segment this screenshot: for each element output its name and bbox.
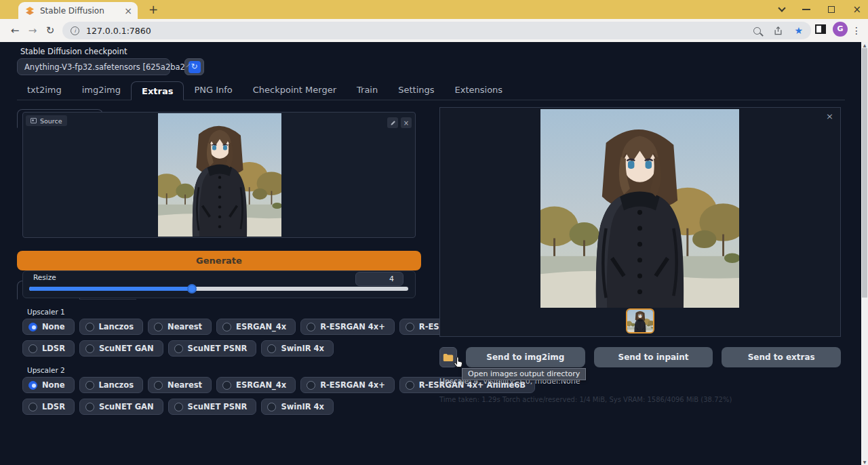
- window-controls: ×: [779, 0, 861, 19]
- result-image[interactable]: [540, 109, 739, 308]
- forward-icon[interactable]: →: [24, 22, 41, 39]
- radio-icon: [85, 344, 94, 353]
- share-icon[interactable]: [773, 26, 783, 36]
- upscaler2-option-nearest[interactable]: Nearest: [148, 377, 212, 393]
- upscaler1-option-ldsr[interactable]: LDSR: [22, 340, 75, 357]
- tab-png-info[interactable]: PNG Info: [184, 81, 242, 100]
- upscaler2-option-esrgan-4x[interactable]: ESRGAN_4x: [216, 377, 296, 393]
- tab-train[interactable]: Train: [347, 81, 388, 100]
- upscaler2-option-scunet-gan[interactable]: ScuNET GAN: [79, 399, 163, 415]
- site-info-icon[interactable]: i: [71, 26, 79, 35]
- source-image-dropzone[interactable]: Source ×: [22, 112, 416, 238]
- upscaler1-options-row1: None Lanczos Nearest ESRGAN_4x R-ESRGAN …: [22, 319, 437, 335]
- scroll-up-icon[interactable]: ▲: [861, 43, 868, 47]
- radio-selected-icon: [28, 381, 37, 390]
- window-close-icon[interactable]: ×: [852, 5, 861, 15]
- tab-settings[interactable]: Settings: [388, 81, 444, 100]
- checkpoint-value: Anything-V3-fp32.safetensors [625a2ba2]: [24, 62, 188, 72]
- browser-tab[interactable]: Stable Diffusion ×: [18, 2, 138, 19]
- edit-image-button[interactable]: [387, 117, 398, 128]
- reload-icon[interactable]: ↻: [42, 22, 58, 39]
- browser-window: Stable Diffusion × + × ← → ↻ i 127.0.0.1…: [0, 0, 868, 465]
- back-icon[interactable]: ←: [7, 22, 23, 39]
- send-to-img2img-button[interactable]: Send to img2img: [466, 347, 585, 367]
- stable-diffusion-favicon-icon: [25, 6, 35, 16]
- resize-label: Resize: [33, 273, 56, 281]
- send-to-inpaint-button[interactable]: Send to inpaint: [594, 347, 713, 367]
- resize-value-input[interactable]: 4: [355, 272, 403, 286]
- radio-icon: [222, 323, 231, 331]
- upscaler1-option-r-esrgan-4x[interactable]: R-ESRGAN 4x+: [300, 319, 395, 335]
- upscaler2-option-r-esrgan-4x[interactable]: R-ESRGAN 4x+: [300, 377, 395, 393]
- result-gallery: ×: [439, 107, 841, 337]
- radio-icon: [85, 323, 94, 331]
- generate-button[interactable]: Generate: [17, 251, 421, 270]
- gallery-close-icon[interactable]: ×: [826, 111, 833, 121]
- tab-txt2img[interactable]: txt2img: [17, 81, 72, 100]
- send-to-extras-button[interactable]: Send to extras: [722, 347, 841, 367]
- browser-toolbar: ← → ↻ i 127.0.0.1:7860 ★ G ⋮: [0, 19, 868, 42]
- upscaler1-label: Upscaler 1: [27, 308, 437, 316]
- bookmark-star-icon[interactable]: ★: [794, 25, 803, 36]
- address-bar[interactable]: i 127.0.0.1:7860 ★: [62, 22, 811, 39]
- upscaler1-option-nearest[interactable]: Nearest: [148, 319, 212, 335]
- tab-checkpoint-merger[interactable]: Checkpoint Merger: [243, 81, 347, 100]
- side-panel-icon[interactable]: [815, 24, 826, 34]
- slider-handle[interactable]: [187, 284, 197, 294]
- radio-icon: [154, 381, 163, 390]
- zoom-icon[interactable]: [753, 27, 761, 35]
- profile-avatar[interactable]: G: [833, 22, 848, 37]
- extras-left-column: Single Image Batch Process Batch from Di…: [17, 108, 437, 415]
- upscaler1-option-scunet-psnr[interactable]: ScuNET PSNR: [168, 340, 257, 357]
- radio-icon: [406, 323, 414, 331]
- scroll-down-icon[interactable]: ▼: [861, 460, 868, 464]
- tab-search-chevron-icon[interactable]: [778, 4, 786, 12]
- radio-selected-icon: [28, 323, 37, 331]
- clear-image-button[interactable]: ×: [401, 117, 412, 128]
- upscaler1-option-scunet-gan[interactable]: ScuNET GAN: [79, 340, 163, 357]
- tab-extensions[interactable]: Extensions: [445, 81, 513, 100]
- performance-info-text: Time taken: 1.29s Torch active/reserved:…: [439, 396, 841, 403]
- radio-icon: [154, 323, 163, 331]
- upscaler2-option-lanczos[interactable]: Lanczos: [79, 377, 144, 393]
- checkpoint-dropdown[interactable]: Anything-V3-fp32.safetensors [625a2ba2]: [17, 58, 170, 75]
- thumbnail-image: [627, 310, 653, 332]
- checkpoint-section: Stable Diffusion checkpoint Anything-V3-…: [17, 47, 204, 75]
- pencil-icon: [390, 120, 396, 126]
- page-scrollbar[interactable]: ▲ ▼: [861, 42, 868, 465]
- tab-close-icon[interactable]: ×: [124, 5, 132, 16]
- radio-icon: [307, 381, 315, 390]
- tab-img2img[interactable]: img2img: [72, 81, 131, 100]
- radio-icon: [222, 381, 231, 390]
- scrollbar-thumb[interactable]: [862, 48, 867, 298]
- radio-icon: [307, 323, 315, 331]
- upscaler2-option-scunet-psnr[interactable]: ScuNET PSNR: [168, 399, 257, 415]
- tab-extras[interactable]: Extras: [131, 81, 184, 100]
- radio-icon: [267, 344, 276, 353]
- hand-cursor-icon: [452, 355, 465, 370]
- result-thumbnail[interactable]: [626, 308, 654, 333]
- minimize-icon[interactable]: [802, 9, 810, 10]
- folder-tooltip: Open images output directory: [462, 368, 586, 380]
- upscaler2-option-swinir-4x[interactable]: SwinIR 4x: [261, 399, 334, 415]
- upscaler2-label: Upscaler 2: [27, 366, 437, 374]
- radio-icon: [267, 403, 276, 411]
- upscaler1-option-esrgan-4x[interactable]: ESRGAN_4x: [216, 319, 296, 335]
- restore-icon[interactable]: [828, 6, 835, 13]
- new-tab-button[interactable]: +: [146, 3, 160, 17]
- image-icon: [31, 118, 37, 123]
- upscaler2-option-none[interactable]: None: [22, 377, 75, 393]
- stable-diffusion-webui: Stable Diffusion checkpoint Anything-V3-…: [0, 42, 861, 465]
- radio-icon: [406, 381, 414, 390]
- upscaler2-option-ldsr[interactable]: LDSR: [22, 399, 75, 415]
- checkpoint-label: Stable Diffusion checkpoint: [20, 47, 204, 56]
- upscaler1-option-none[interactable]: None: [22, 319, 75, 335]
- radio-icon: [85, 381, 94, 390]
- url-text[interactable]: 127.0.0.1:7860: [86, 26, 753, 36]
- resize-slider[interactable]: [29, 287, 408, 291]
- upscaler1-option-swinir-4x[interactable]: SwinIR 4x: [261, 340, 334, 357]
- upscaler1-option-lanczos[interactable]: Lanczos: [79, 319, 144, 335]
- radio-icon: [85, 403, 94, 411]
- browser-menu-icon[interactable]: ⋮: [852, 22, 861, 39]
- refresh-checkpoints-button[interactable]: ↻: [184, 58, 204, 75]
